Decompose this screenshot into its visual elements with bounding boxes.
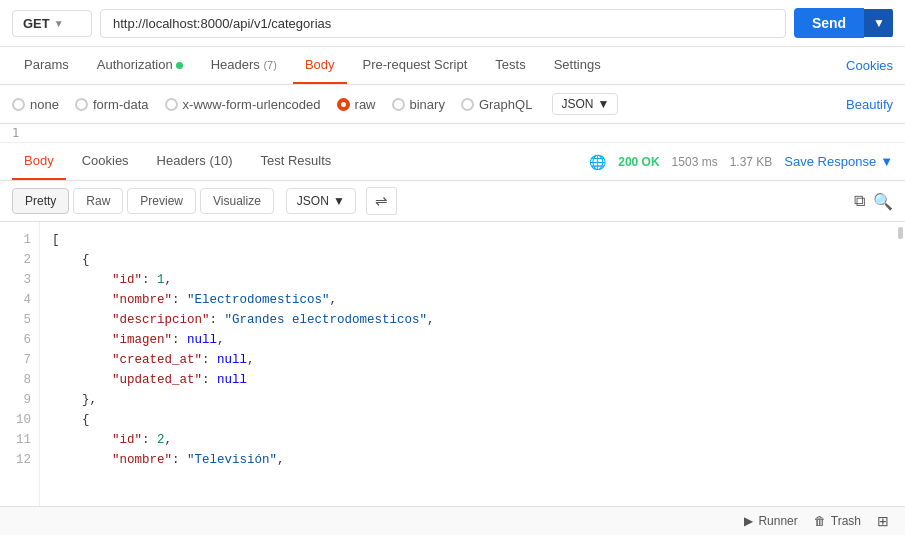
method-select[interactable]: GET ▼	[12, 10, 92, 37]
view-pretty-button[interactable]: Pretty	[12, 188, 69, 214]
resp-tab-headers[interactable]: Headers (10)	[145, 143, 245, 180]
radio-none	[12, 98, 25, 111]
url-input[interactable]	[100, 9, 786, 38]
expand-button[interactable]: ⊞	[877, 513, 889, 529]
body-type-graphql[interactable]: GraphQL	[461, 97, 532, 112]
tab-tests[interactable]: Tests	[483, 47, 537, 84]
response-size: 1.37 KB	[730, 155, 773, 169]
body-type-binary[interactable]: binary	[392, 97, 445, 112]
viewer-toolbar: Pretty Raw Preview Visualize JSON ▼ ⇌ ⧉ …	[0, 181, 905, 222]
viewer-json-format[interactable]: JSON ▼	[286, 188, 356, 214]
radio-urlencoded	[165, 98, 178, 111]
beautify-button[interactable]: Beautify	[846, 97, 893, 112]
request-tabs: Params Authorization Headers (7) Body Pr…	[0, 47, 905, 85]
view-visualize-button[interactable]: Visualize	[200, 188, 274, 214]
view-raw-button[interactable]: Raw	[73, 188, 123, 214]
toolbar-right: ⧉ 🔍	[854, 192, 893, 211]
tab-pre-request[interactable]: Pre-request Script	[351, 47, 480, 84]
line-numbers: 1 2 3 4 5 6 7 8 9 10 11 12	[0, 222, 40, 535]
response-time: 1503 ms	[672, 155, 718, 169]
body-type-urlencoded[interactable]: x-www-form-urlencoded	[165, 97, 321, 112]
body-type-none[interactable]: none	[12, 97, 59, 112]
view-preview-button[interactable]: Preview	[127, 188, 196, 214]
response-section: Body Cookies Headers (10) Test Results 🌐…	[0, 143, 905, 535]
method-label: GET	[23, 16, 50, 31]
radio-graphql	[461, 98, 474, 111]
runner-icon: ▶	[744, 514, 753, 528]
trash-button[interactable]: 🗑 Trash	[814, 514, 861, 528]
tab-body[interactable]: Body	[293, 47, 347, 84]
trash-icon: 🗑	[814, 514, 826, 528]
body-type-form-data[interactable]: form-data	[75, 97, 149, 112]
resp-tab-test-results[interactable]: Test Results	[249, 143, 344, 180]
viewer-format-chevron: ▼	[333, 194, 345, 208]
tab-authorization[interactable]: Authorization	[85, 47, 195, 84]
method-chevron: ▼	[54, 18, 64, 29]
copy-icon[interactable]: ⧉	[854, 192, 865, 210]
json-format-dropdown[interactable]: JSON ▼	[552, 93, 618, 115]
wrap-icon[interactable]: ⇌	[366, 187, 397, 215]
tab-params[interactable]: Params	[12, 47, 81, 84]
radio-raw	[337, 98, 350, 111]
response-tabs: Body Cookies Headers (10) Test Results 🌐…	[0, 143, 905, 181]
scroll-top-indicator	[898, 227, 903, 239]
send-dropdown-button[interactable]: ▼	[864, 9, 893, 37]
save-response-button[interactable]: Save Response ▼	[784, 154, 893, 169]
tab-headers[interactable]: Headers (7)	[199, 47, 289, 84]
bottom-bar: ▶ Runner 🗑 Trash ⊞	[0, 506, 905, 535]
send-button[interactable]: Send	[794, 8, 864, 38]
resp-tab-body[interactable]: Body	[12, 143, 66, 180]
save-response-chevron: ▼	[880, 154, 893, 169]
radio-form-data	[75, 98, 88, 111]
json-format-chevron: ▼	[597, 97, 609, 111]
radio-binary	[392, 98, 405, 111]
json-response-content: [ { "id": 1, "nombre": "Electrodomestico…	[40, 222, 905, 535]
auth-dot	[176, 62, 183, 69]
expand-icon: ⊞	[877, 513, 889, 529]
resp-tab-cookies[interactable]: Cookies	[70, 143, 141, 180]
headers-badge: (7)	[263, 59, 276, 71]
globe-icon: 🌐	[589, 154, 606, 170]
body-type-selector: none form-data x-www-form-urlencoded raw…	[0, 85, 905, 124]
app-layout: GET ▼ Send ▼ Params Authorization Header…	[0, 0, 905, 535]
resp-headers-badge: (10)	[209, 153, 232, 168]
search-icon[interactable]: 🔍	[873, 192, 893, 211]
body-type-raw[interactable]: raw	[337, 97, 376, 112]
request-editor: 1	[0, 124, 905, 143]
code-area: 1 2 3 4 5 6 7 8 9 10 11 12 [ { "id": 1, …	[0, 222, 905, 535]
url-bar: GET ▼ Send ▼	[0, 0, 905, 47]
cookies-link[interactable]: Cookies	[846, 58, 893, 73]
tab-settings[interactable]: Settings	[542, 47, 613, 84]
response-meta: 🌐 200 OK 1503 ms 1.37 KB Save Response ▼	[589, 154, 893, 170]
response-status: 200 OK	[618, 155, 659, 169]
runner-button[interactable]: ▶ Runner	[744, 514, 797, 528]
send-button-group: Send ▼	[794, 8, 893, 38]
